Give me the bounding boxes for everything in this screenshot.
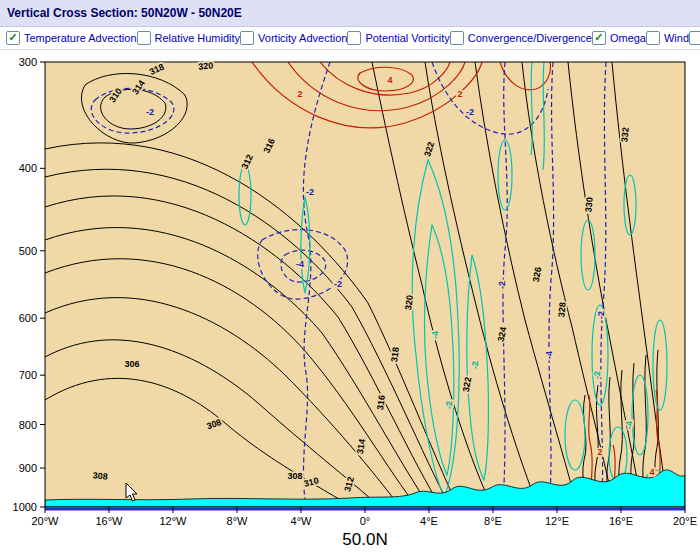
contour-value-label: 320 (198, 60, 214, 71)
checkbox-checked-icon[interactable]: ✓ (6, 31, 20, 45)
x-tick-label: 16°W (95, 515, 123, 527)
layer-option-label: Temperature Advection (24, 32, 137, 44)
y-tick-label: 300 (19, 56, 37, 68)
layer-option-label: Relative Humidity (155, 32, 241, 44)
checkbox-icon[interactable] (137, 31, 151, 45)
contour-value-label: -2 (596, 311, 606, 319)
contour-value-label: -4 (544, 351, 554, 359)
x-tick-label: 0° (360, 515, 371, 527)
x-tick-label: 12°W (159, 515, 187, 527)
checkbox-checked-icon[interactable]: ✓ (592, 31, 606, 45)
layer-option-relative-humidity[interactable]: Relative Humidity (137, 31, 241, 45)
latitude-label: 50.0N (342, 530, 387, 549)
y-tick-label: 500 (19, 245, 37, 257)
contour-value-label: -2 (146, 107, 154, 117)
contour-value-label: -2 (470, 361, 480, 369)
contour-value-label: 320 (403, 294, 415, 310)
checkbox-icon[interactable] (450, 31, 464, 45)
layer-option-vorticity-advection[interactable]: Vorticity Advection (240, 31, 347, 45)
contour-value-label: 330 (583, 197, 595, 213)
layer-option-potential-vorticity[interactable]: Potential Vorticity (347, 31, 449, 45)
checkbox-icon[interactable] (689, 31, 700, 45)
y-tick-label: 1000 (13, 501, 37, 513)
app-window: Vertical Cross Section: 50N20W - 50N20E … (0, 0, 700, 560)
contour-value-label: 308 (287, 471, 302, 481)
contour-value-label: -2 (592, 371, 602, 379)
contour-value-label: -4 (624, 421, 634, 429)
contour-value-label: 318 (389, 346, 401, 362)
checkbox-icon[interactable] (646, 31, 660, 45)
contour-value-label: 2 (457, 89, 462, 99)
layer-option-convergence-divergence[interactable]: Convergence/Divergence (450, 31, 592, 45)
x-tick-label: 8°E (484, 515, 502, 527)
checkbox-icon[interactable] (240, 31, 254, 45)
contour-value-label: 4 (387, 75, 392, 85)
y-tick-label: 400 (19, 162, 37, 174)
plot-area[interactable]: 3004005006007008009001000 20°W16°W12°W8°… (0, 55, 700, 560)
contour-value-label: -4 (430, 331, 440, 339)
contour-value-label: 2 (297, 89, 302, 99)
x-tick-label: 8°W (227, 515, 249, 527)
contour-value-label: 306 (124, 359, 139, 369)
contour-value-label: -4 (296, 259, 304, 269)
layer-option-wind[interactable]: Wind (646, 31, 689, 45)
contour-value-label: -2 (306, 187, 314, 197)
layer-option-label: Convergence/Divergence (468, 32, 592, 44)
page-title: Vertical Cross Section: 50N20W - 50N20E (0, 0, 700, 27)
contour-value-label: 308 (92, 470, 108, 481)
contour-value-label: 4 (649, 467, 654, 477)
layer-option-cloud-cover[interactable]: Cloud Cover (689, 31, 700, 45)
layer-option-label: Potential Vorticity (365, 32, 449, 44)
contour-value-label: 328 (556, 302, 568, 318)
x-tick-label: 16°E (609, 515, 633, 527)
contour-value-label: -2 (334, 279, 342, 289)
layer-option-label: Vorticity Advection (258, 32, 347, 44)
x-tick-label: 4°E (420, 515, 438, 527)
layer-option-omega[interactable]: ✓Omega (592, 31, 646, 45)
y-tick-label: 700 (19, 369, 37, 381)
y-tick-label: 900 (19, 462, 37, 474)
cross-section-chart: 3004005006007008009001000 20°W16°W12°W8°… (0, 55, 700, 560)
y-tick-label: 600 (19, 312, 37, 324)
y-axis: 3004005006007008009001000 (13, 56, 45, 513)
contour-value-label: -2 (497, 281, 507, 289)
x-tick-label: 20°W (31, 515, 59, 527)
layer-option-label: Omega (610, 32, 646, 44)
contour-value-label: 332 (619, 127, 631, 143)
layer-toolbar: ✓Temperature AdvectionRelative HumidityV… (0, 27, 700, 50)
layer-option-temperature-advection[interactable]: ✓Temperature Advection (6, 31, 137, 45)
y-tick-label: 800 (19, 419, 37, 431)
contour-value-label: -2 (466, 107, 474, 117)
x-tick-label: 20°E (673, 515, 697, 527)
checkbox-icon[interactable] (347, 31, 361, 45)
layer-option-label: Wind (664, 32, 689, 44)
contour-value-label: 316 (375, 394, 387, 410)
x-tick-label: 12°E (545, 515, 569, 527)
contour-value-label: -2 (444, 401, 454, 409)
contour-value-label: 2 (597, 447, 602, 457)
x-tick-label: 4°W (291, 515, 313, 527)
